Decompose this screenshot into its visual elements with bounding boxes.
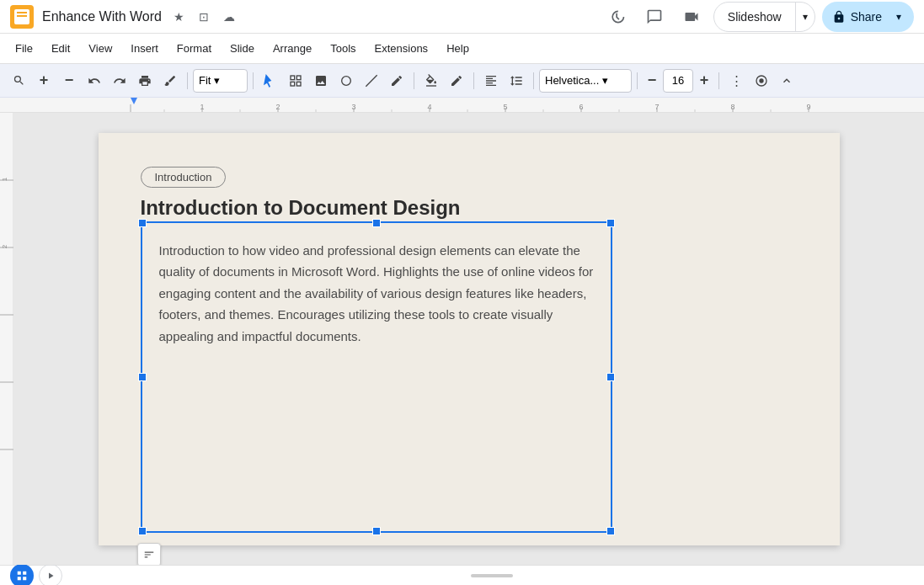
camera-icon[interactable]	[676, 2, 707, 32]
share-button[interactable]: Share ▾	[822, 2, 914, 32]
line-spacing[interactable]	[505, 69, 528, 93]
slideshow-button[interactable]: Slideshow ▾	[713, 2, 815, 32]
menu-help[interactable]: Help	[438, 39, 478, 58]
menu-view[interactable]: View	[80, 39, 120, 58]
zoom-label: Fit	[199, 74, 211, 87]
document-title: Enhance With Word	[42, 9, 162, 24]
bottom-bar	[0, 565, 924, 585]
text-box-content: Introduction to how video and profession…	[142, 223, 611, 348]
divider-2	[253, 72, 254, 89]
pen-tool[interactable]	[385, 69, 409, 93]
comment-icon[interactable]	[639, 2, 670, 32]
menu-extensions[interactable]: Extensions	[366, 39, 437, 58]
zoom-out-button[interactable]: −	[57, 69, 81, 93]
ruler: 1 2 3 4 5 6 7 8 9	[0, 98, 924, 113]
zoom-arrow: ▾	[214, 74, 220, 87]
menu-edit[interactable]: Edit	[43, 39, 78, 58]
slideshow-label: Slideshow	[714, 3, 796, 31]
zoom-in-button[interactable]: +	[32, 69, 56, 93]
menu-bar: File Edit View Insert Format Slide Arran…	[0, 34, 924, 64]
slide[interactable]: Introduction Introduction to Document De…	[99, 133, 840, 545]
grid-view-button[interactable]	[10, 564, 34, 586]
handle-bottom-right[interactable]	[606, 527, 615, 535]
collapse-button[interactable]	[775, 69, 798, 93]
title-icons: ★ ⊡ ☁	[168, 7, 239, 27]
share-lock-icon	[832, 10, 846, 24]
svg-point-7	[759, 78, 763, 82]
divider-6	[637, 72, 638, 89]
next-slide-button[interactable]	[39, 564, 62, 586]
menu-format[interactable]: Format	[168, 39, 220, 58]
stroke-color[interactable]	[445, 69, 468, 93]
share-label: Share	[851, 10, 882, 24]
paint-button[interactable]	[158, 69, 182, 93]
cloud-icon[interactable]: ☁	[219, 7, 239, 27]
text-box[interactable]: Introduction to how video and profession…	[141, 221, 612, 533]
drive-icon[interactable]: ⊡	[194, 7, 214, 27]
text-format-icon[interactable]	[137, 543, 161, 566]
svg-rect-2	[291, 82, 295, 86]
menu-file[interactable]: File	[7, 39, 41, 58]
divider-4	[473, 72, 474, 89]
cursor-tool[interactable]	[259, 69, 282, 93]
frame-tool[interactable]	[284, 69, 307, 93]
vertical-ruler: 1 2	[0, 113, 13, 565]
image-tool[interactable]	[309, 69, 333, 93]
handle-top-left[interactable]	[138, 219, 147, 227]
divider-5	[533, 72, 534, 89]
title-bar: Enhance With Word ★ ⊡ ☁ Slideshow ▾ Shar…	[0, 0, 924, 34]
line-tool[interactable]	[360, 69, 383, 93]
bottom-center	[69, 574, 914, 577]
present-button[interactable]	[750, 69, 773, 93]
svg-text:1: 1	[1, 177, 8, 181]
print-button[interactable]	[133, 69, 157, 93]
toolbar: + − Fit ▾	[0, 64, 924, 98]
svg-marker-8	[131, 98, 137, 104]
history-icon[interactable]	[602, 2, 633, 32]
handle-bottom-middle[interactable]	[372, 527, 381, 535]
font-increase-button[interactable]: +	[695, 69, 713, 93]
intro-tag: Introduction	[141, 167, 227, 188]
svg-rect-3	[296, 82, 301, 86]
redo-button[interactable]	[108, 69, 131, 93]
font-arrow-icon: ▾	[602, 74, 608, 87]
handle-middle-right[interactable]	[606, 373, 615, 381]
divider-1	[187, 72, 188, 89]
share-arrow-icon[interactable]: ▾	[887, 5, 911, 29]
handle-top-middle[interactable]	[372, 219, 381, 227]
font-size-input[interactable]	[663, 69, 693, 93]
font-decrease-button[interactable]: −	[643, 69, 661, 93]
app-icon	[10, 5, 34, 29]
shape-tool[interactable]	[334, 69, 358, 93]
divider-7	[718, 72, 719, 89]
handle-bottom-left[interactable]	[138, 527, 147, 535]
svg-point-4	[342, 76, 351, 85]
undo-button[interactable]	[83, 69, 106, 93]
font-size-control: − +	[643, 69, 713, 93]
search-button[interactable]	[7, 69, 30, 93]
font-name: Helvetica...	[545, 74, 599, 87]
svg-rect-1	[296, 76, 301, 80]
menu-insert[interactable]: Insert	[122, 39, 167, 58]
more-options-button[interactable]: ⋮	[724, 69, 748, 93]
svg-text:2: 2	[1, 244, 8, 248]
zoom-select[interactable]: Fit ▾	[193, 69, 248, 93]
divider-3	[414, 72, 414, 89]
font-select[interactable]: Helvetica... ▾	[539, 69, 632, 93]
title-right: Slideshow ▾ Share ▾	[602, 2, 914, 32]
main-area: 1 2 Introduction Introduction to Documen…	[0, 113, 924, 565]
scroll-indicator	[471, 574, 513, 577]
menu-tools[interactable]: Tools	[322, 39, 364, 58]
slideshow-arrow-icon[interactable]: ▾	[796, 3, 815, 31]
star-icon[interactable]: ★	[168, 7, 189, 27]
canvas-area: Introduction Introduction to Document De…	[13, 113, 924, 565]
handle-middle-left[interactable]	[138, 373, 147, 381]
bottom-left	[10, 564, 62, 586]
menu-arrange[interactable]: Arrange	[264, 39, 320, 58]
handle-top-right[interactable]	[606, 219, 615, 227]
fill-color[interactable]	[419, 69, 443, 93]
svg-rect-5	[426, 85, 436, 86]
align-left[interactable]	[479, 69, 503, 93]
menu-slide[interactable]: Slide	[222, 39, 263, 58]
slide-title: Introduction to Document Design	[141, 196, 461, 220]
